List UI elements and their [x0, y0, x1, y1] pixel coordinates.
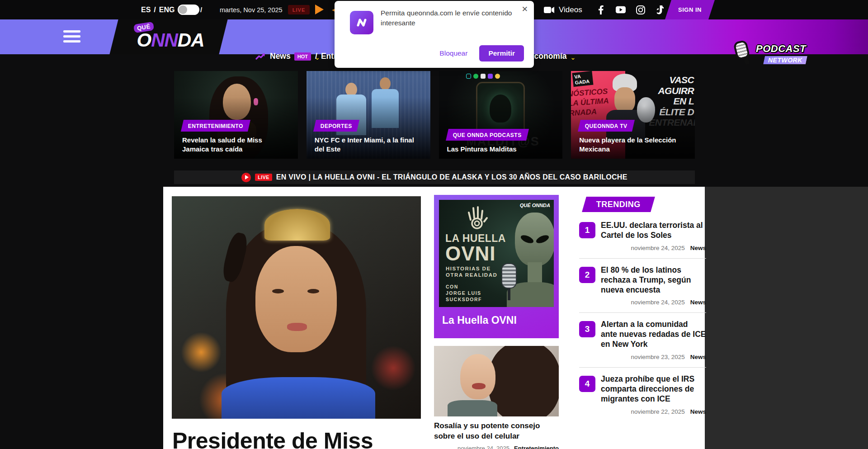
trending-title[interactable]: Jueza prohíbe que el IRS comparta direcc…	[601, 374, 706, 404]
dialog-buttons: Bloquear Permitir	[439, 45, 524, 61]
microphone-icon	[733, 38, 757, 70]
trending-title[interactable]: EE.UU. declara terrorista al Cartel de l…	[601, 221, 706, 241]
trending-title[interactable]: Alertan a la comunidad ante nuevas redad…	[601, 320, 706, 350]
trending-header: TRENDING	[582, 197, 655, 212]
card-title[interactable]: Nueva playera de la Selección Mexicana	[579, 136, 687, 153]
videos-label: Videos	[559, 5, 582, 14]
radio-play-button[interactable]	[315, 5, 324, 14]
cover-host-3: SUCKSDORF	[446, 297, 482, 302]
videos-link[interactable]: Videos	[544, 0, 582, 19]
topbar-slash: /	[200, 0, 202, 19]
card-info: QUE ONNDA PODCASTS Las Pinturas Malditas	[447, 129, 555, 154]
page: ES / ENG / martes, Nov 25, 2025 LIVE ◄ P…	[0, 0, 868, 449]
podcast-network-logo[interactable]: PODCAST NETWORK	[737, 40, 809, 72]
live-now-banner[interactable]: LIVE EN VIVO | LA HUELLA OVNI - EL TRIÁN…	[174, 170, 695, 184]
trending-category[interactable]: News	[690, 245, 706, 251]
live-banner-text: EN VIVO | LA HUELLA OVNI - EL TRIÁNGULO …	[276, 173, 627, 181]
trending-date: noviembre 24, 2025	[631, 299, 684, 306]
trending-date: noviembre 22, 2025	[631, 408, 684, 415]
trending-item[interactable]: 1 EE.UU. declara terrorista al Cartel de…	[579, 221, 706, 251]
article-card-meta: noviembre 24, 2025 Entretenimiento	[434, 445, 559, 449]
featured-card-podcasts[interactable]: MALDIT@S QUE ONNDA PODCASTS Las Pinturas…	[439, 71, 563, 159]
art-shape	[255, 246, 337, 352]
featured-card-entretenimiento[interactable]: ENTRETENIMIENTO Revelan la salud de Miss…	[174, 71, 298, 159]
cover-host-1: CON	[446, 284, 458, 289]
trending-category[interactable]: News	[690, 354, 706, 360]
art-shape	[448, 400, 497, 416]
hero-article-image[interactable]	[172, 196, 421, 419]
trending-category[interactable]: News	[690, 299, 706, 306]
nav-economia-label: Economía	[529, 52, 567, 61]
live-badge: LIVE	[255, 174, 272, 181]
podcast-cover-art: QUÉ ONNDA LA HUELLA OVNI HISTORIAS DE OT…	[439, 200, 554, 307]
crown-art	[264, 209, 330, 241]
podcast-network-line1: PODCAST	[756, 43, 806, 55]
art-shape	[508, 288, 510, 300]
rank-badge: 1	[579, 222, 595, 238]
live-play-icon	[241, 173, 251, 182]
art-shape	[472, 383, 486, 389]
category-badge[interactable]: QUEONNDA TV	[578, 120, 635, 132]
trending-item[interactable]: 2 El 80 % de los latinos rechaza a Trump…	[579, 265, 706, 306]
article-date: noviembre 24, 2025	[458, 445, 509, 449]
language-toggle-group: ES / ENG	[141, 0, 199, 19]
sign-in-button[interactable]: SIGN IN	[665, 0, 715, 19]
category-badge[interactable]: DEPORTES	[313, 120, 359, 132]
art-shape	[488, 346, 559, 416]
block-button[interactable]: Bloquear	[439, 49, 467, 57]
hero-article-title[interactable]: Presidente de Miss	[172, 428, 373, 449]
podcast-promo-card[interactable]: QUÉ ONNDA LA HUELLA OVNI HISTORIAS DE OT…	[434, 195, 559, 338]
trending-up-icon	[255, 52, 266, 61]
site-logo-text[interactable]: QUÉ ONNDA	[117, 19, 224, 54]
hamburger-menu-icon[interactable]	[63, 30, 80, 43]
instagram-icon[interactable]	[636, 5, 646, 15]
radio-live-indicator: LIVE	[288, 5, 310, 14]
microphone-art	[501, 263, 517, 288]
card-title[interactable]: NYC FC e Inter Miami, a la final del Est…	[315, 136, 422, 153]
podcast-network-line2: NETWORK	[762, 55, 809, 65]
article-card-title[interactable]: Rosalía y su potente consejo sobre el us…	[434, 421, 559, 442]
trending-list: 1 EE.UU. declara terrorista al Cartel de…	[579, 221, 706, 415]
platform-icons	[466, 74, 500, 79]
trending-item[interactable]: 3 Alertan a la comunidad ante nuevas red…	[579, 320, 706, 360]
site-app-icon	[350, 11, 373, 34]
allow-button[interactable]: Permitir	[479, 45, 524, 61]
art-shape	[307, 289, 319, 293]
card-info: QUEONNDA TV Nueva playera de la Selecció…	[579, 120, 687, 153]
article-card-image[interactable]	[434, 346, 559, 416]
cover-sub-1: HISTORIAS DE	[446, 266, 491, 271]
article-category[interactable]: Entretenimiento	[514, 445, 559, 449]
divider	[579, 312, 706, 313]
card-info: DEPORTES NYC FC e Inter Miami, a la fina…	[315, 120, 422, 153]
featured-card-deportes[interactable]: DEPORTES NYC FC e Inter Miami, a la fina…	[307, 71, 430, 159]
trending-category[interactable]: News	[690, 408, 706, 415]
cover-host-2: JORGE LUIS	[446, 290, 481, 296]
lang-es-label[interactable]: ES	[141, 6, 151, 14]
rank-badge: 4	[579, 376, 595, 392]
trending-item[interactable]: 4 Jueza prohíbe que el IRS comparta dire…	[579, 374, 706, 415]
podcast-card-caption[interactable]: La Huella OVNI	[439, 307, 554, 333]
language-toggle[interactable]	[178, 5, 199, 15]
nav-item-news[interactable]: News HOT ⌄	[255, 39, 320, 74]
divider	[579, 367, 706, 368]
close-icon[interactable]: ✕	[522, 5, 528, 14]
card-title[interactable]: Las Pinturas Malditas	[447, 145, 555, 154]
art-shape	[371, 345, 416, 391]
facebook-icon[interactable]	[596, 5, 606, 15]
youtube-icon[interactable]	[616, 5, 626, 15]
lang-eng-label[interactable]: ENG	[159, 6, 175, 14]
art-shape	[380, 77, 391, 90]
card-title[interactable]: Revelan la salud de Miss Jamaica tras ca…	[182, 136, 290, 153]
featured-card-tv[interactable]: NÓSTICOSLA ÚLTIMARNADA VAGADA VASCAGUIRR…	[571, 71, 695, 159]
trending-date: noviembre 23, 2025	[631, 354, 684, 360]
lang-separator: /	[154, 6, 156, 14]
trending-date: noviembre 24, 2025	[631, 245, 684, 251]
logo-main-text: ONNDA	[137, 29, 204, 51]
trending-title[interactable]: El 80 % de los latinos rechaza a Trump, …	[601, 265, 706, 295]
category-badge[interactable]: QUE ONNDA PODCASTS	[445, 129, 528, 141]
art-shape	[460, 354, 495, 399]
cover-title-2: OVNI	[445, 242, 496, 265]
toggle-knob	[179, 5, 187, 14]
category-badge[interactable]: ENTRETENIMIENTO	[181, 120, 250, 132]
tiktok-icon[interactable]	[656, 5, 665, 15]
